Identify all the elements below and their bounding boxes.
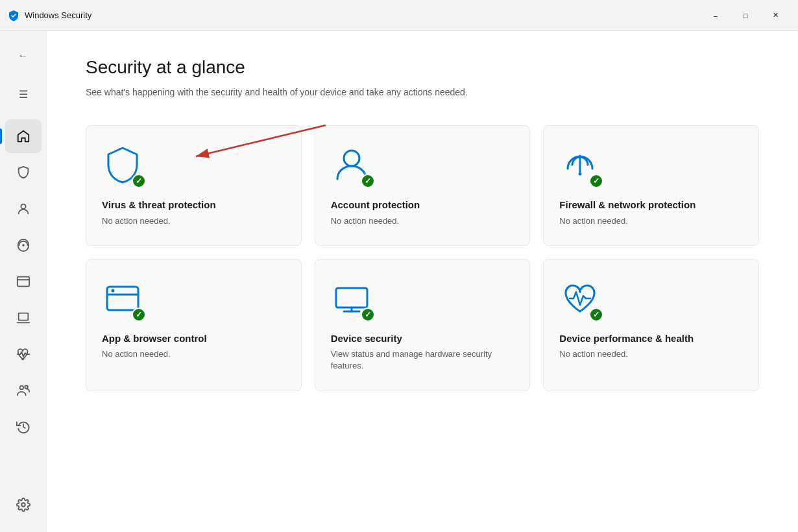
gear-icon [16, 498, 30, 512]
card-account-title: Account protection [331, 199, 514, 212]
svg-rect-4 [18, 313, 28, 320]
svg-point-1 [23, 245, 24, 246]
app-body: ← ☰ [0, 31, 798, 532]
sidebar-item-back[interactable]: ← [5, 39, 42, 73]
svg-rect-2 [17, 277, 29, 287]
shield-icon [16, 165, 30, 180]
card-performance-title: Device performance & health [559, 332, 743, 345]
page-subtitle: See what's happening with the security a… [86, 86, 475, 99]
card-device-icon-wrap [331, 278, 372, 322]
card-performance-status: No action needed. [559, 348, 743, 360]
device-check-badge [361, 308, 375, 322]
card-performance-icon-wrap [559, 278, 601, 322]
card-browser-title: App & browser control [102, 332, 285, 345]
laptop-icon [16, 311, 30, 325]
sidebar-item-device[interactable] [5, 301, 42, 335]
app-title: Windows Security [25, 10, 91, 20]
sidebar: ← ☰ [0, 31, 47, 532]
account-check-badge [361, 174, 375, 188]
title-bar-left: Windows Security [8, 10, 91, 21]
app-icon [8, 10, 19, 21]
card-account-status: No action needed. [331, 215, 514, 227]
card-firewall-icon-wrap [559, 144, 601, 188]
card-firewall[interactable]: Firewall & network protection No action … [543, 125, 759, 246]
sidebar-item-health[interactable] [5, 337, 42, 371]
card-browser-status: No action needed. [102, 348, 285, 360]
card-performance[interactable]: Device performance & health No action ne… [543, 259, 759, 391]
health-icon [16, 347, 30, 361]
family-icon [16, 383, 30, 398]
page-title: Security at a glance [86, 57, 759, 78]
minimize-button[interactable]: – [701, 0, 731, 31]
svg-point-15 [112, 289, 115, 292]
svg-point-5 [19, 386, 23, 390]
person-icon [16, 202, 30, 216]
card-firewall-title: Firewall & network protection [559, 199, 743, 212]
security-cards-grid: Virus & threat protection No action need… [86, 125, 759, 391]
sidebar-item-firewall[interactable] [5, 228, 42, 262]
sidebar-item-settings[interactable] [5, 488, 42, 522]
performance-check-badge [589, 308, 603, 322]
sidebar-item-account[interactable] [5, 192, 42, 226]
card-device-status: View status and manage hardware security… [331, 348, 514, 372]
maximize-button[interactable]: □ [731, 0, 760, 31]
card-virus-title: Virus & threat protection [102, 199, 285, 212]
card-account-icon-wrap [331, 144, 372, 188]
history-icon [16, 420, 30, 434]
svg-point-6 [25, 385, 28, 389]
sidebar-item-history[interactable] [5, 410, 42, 444]
card-browser-icon-wrap [102, 278, 143, 322]
card-account[interactable]: Account protection No action needed. [315, 125, 531, 246]
network-icon [16, 238, 30, 252]
svg-point-0 [21, 204, 25, 209]
svg-point-7 [21, 503, 25, 507]
card-device-title: Device security [331, 332, 514, 345]
sidebar-item-home[interactable] [5, 119, 42, 153]
browser-icon [16, 274, 30, 289]
cards-section: Virus & threat protection No action need… [86, 125, 759, 391]
sidebar-item-browser[interactable] [5, 265, 42, 298]
menu-icon: ☰ [19, 90, 28, 100]
card-firewall-status: No action needed. [559, 215, 743, 227]
main-content: Security at a glance See what's happenin… [47, 31, 798, 532]
sidebar-item-shield[interactable] [5, 156, 42, 189]
virus-check-badge [132, 174, 146, 188]
sidebar-item-menu[interactable]: ☰ [5, 78, 42, 112]
window-controls: – □ ✕ [701, 0, 790, 31]
close-button[interactable]: ✕ [760, 0, 790, 31]
firewall-check-badge [589, 174, 603, 188]
card-virus-threat[interactable]: Virus & threat protection No action need… [86, 125, 302, 246]
svg-point-12 [579, 173, 582, 176]
card-device[interactable]: Device security View status and manage h… [315, 259, 531, 391]
svg-point-10 [344, 151, 359, 166]
back-icon: ← [18, 51, 29, 61]
browser-check-badge [132, 308, 146, 322]
svg-rect-16 [336, 288, 367, 308]
title-bar: Windows Security – □ ✕ [0, 0, 798, 31]
card-virus-status: No action needed. [102, 215, 285, 227]
sidebar-item-family[interactable] [5, 374, 42, 407]
home-icon [16, 129, 30, 143]
card-virus-icon-wrap [102, 144, 143, 188]
card-browser[interactable]: App & browser control No action needed. [86, 259, 302, 391]
